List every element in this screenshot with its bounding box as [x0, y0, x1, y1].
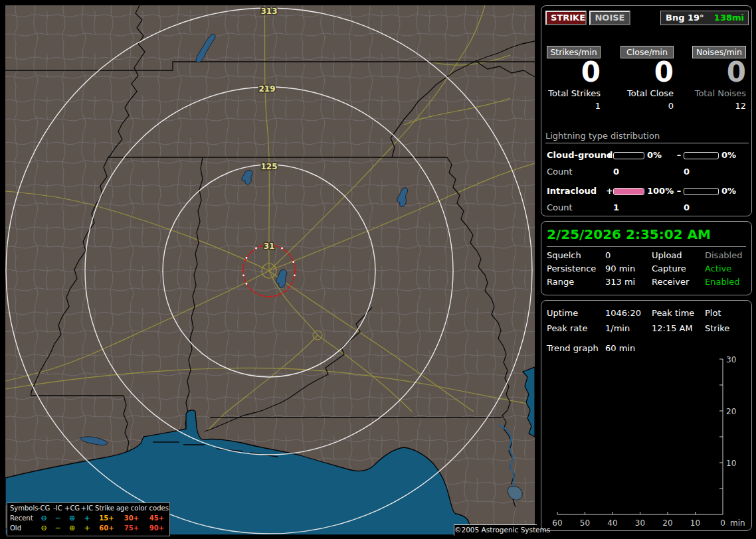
map-canvas: 313 219 125 31: [5, 5, 535, 535]
trend-graph-duration: 60 min: [605, 343, 635, 353]
total-close-value: 0: [620, 101, 674, 111]
legend-nic-header: -IC: [51, 503, 64, 513]
status-panel: 2/25/2026 2:35:02 AM Squelch 0 Upload Di…: [541, 221, 752, 295]
noises-per-min-value: 0: [692, 56, 746, 88]
legend-header-row: Symbols -CG -IC +CG +IC Strike age color…: [7, 503, 169, 513]
minus-icon: −: [51, 523, 64, 533]
bearing-readout: Bng 19° 138mi: [660, 11, 749, 25]
plus-icon: +: [80, 523, 94, 533]
cg-minus-count: 0: [684, 167, 690, 177]
total-strikes-label: Total Strikes: [547, 88, 601, 98]
range-row: Range 313 mi Receiver Enabled: [541, 277, 753, 289]
legend-recent-label: Recent: [7, 513, 37, 523]
legend-age-header: Strike age color codes: [94, 503, 169, 513]
squelch-label: Squelch: [547, 250, 581, 260]
ring-label-313: 313: [260, 7, 277, 16]
bearing-label: Bng 19°: [666, 11, 704, 25]
intracloud-count-row: Count 1 0: [541, 202, 753, 213]
cg-plus-bar: [613, 152, 644, 159]
svg-text:50: 50: [580, 518, 590, 528]
trend-x-ticks: 60 50 40 30 20 10 0 min: [552, 518, 745, 528]
trend-graph-label: Trend graph: [547, 343, 599, 353]
receiver-status: Enabled: [705, 277, 740, 287]
squelch-value: 0: [605, 250, 611, 260]
svg-text:30: 30: [726, 355, 736, 364]
svg-text:0: 0: [720, 518, 725, 528]
age-code-15: 15+: [94, 513, 119, 523]
circle-plus-icon: ⊕: [64, 523, 80, 533]
ring-label-125: 125: [260, 162, 277, 171]
legend-pcg-header: +CG: [64, 503, 80, 513]
map-legend: Symbols -CG -IC +CG +IC Strike age color…: [7, 502, 170, 536]
svg-text:40: 40: [607, 518, 617, 528]
copyright-notice: ©2005 Astrogenic Systems: [454, 524, 537, 536]
circle-plus-icon: ⊕: [64, 513, 80, 523]
peak-rate-label: Peak rate: [547, 323, 587, 333]
bearing-distance: 138mi: [714, 11, 744, 25]
capture-status: Active: [705, 264, 731, 273]
strikes-per-min-value: 0: [547, 56, 601, 88]
persistence-row: Persistence 90 min Capture Active: [541, 264, 753, 275]
uptime-value: 1046:20: [605, 308, 641, 318]
circle-minus-icon: ⊖: [37, 523, 51, 533]
peak-time-label: Peak time: [652, 308, 694, 318]
strike-counters-panel: STRIKE NOISE Bng 19° 138mi Strikes/min C…: [541, 5, 752, 216]
cg-minus-bar: [684, 152, 719, 159]
intracloud-row: Intracloud + 100% – 0%: [541, 186, 753, 198]
ic-minus-count: 0: [684, 202, 690, 212]
ic-minus-bar: [684, 188, 719, 195]
svg-text:30: 30: [635, 518, 645, 528]
svg-text:10: 10: [690, 518, 700, 528]
plus-icon: +: [80, 513, 94, 523]
trend-graph: 30 20 10 60 50 40 30 20 10 0 min: [541, 352, 751, 530]
plot-type-value: Strike: [705, 323, 729, 333]
legend-ncg-header: -CG: [37, 503, 51, 513]
age-code-75: 75+: [119, 523, 144, 533]
age-code-30: 30+: [119, 513, 144, 523]
noise-mode-button[interactable]: NOISE: [589, 11, 630, 25]
intracloud-label: Intracloud: [547, 186, 597, 196]
ring-label-219: 219: [258, 84, 275, 94]
range-label: Range: [547, 277, 574, 287]
age-code-60: 60+: [94, 523, 119, 533]
plus-sign: +: [606, 186, 613, 196]
ic-plus-bar: [613, 188, 644, 195]
strike-mode-button[interactable]: STRIKE: [545, 11, 587, 25]
svg-text:60: 60: [552, 518, 562, 528]
distribution-section-title: Lightning type distribution: [545, 131, 749, 143]
count-label: Count: [547, 167, 573, 177]
peak-time-value: 12:15 AM: [652, 323, 693, 333]
cloud-ground-row: Cloud-ground + 0% – 0%: [541, 150, 753, 162]
lightning-map[interactable]: 313 219 125 31: [5, 5, 535, 535]
circle-minus-icon: ⊖: [37, 513, 51, 523]
ring-label-31: 31: [264, 242, 275, 251]
age-code-45: 45+: [144, 513, 169, 523]
receiver-label: Receiver: [652, 277, 689, 287]
cg-plus-count: 0: [613, 167, 619, 177]
legend-old-row: Old ⊖ − ⊕ + 60+ 75+ 90+: [7, 523, 169, 533]
count-label: Count: [547, 202, 573, 212]
total-strikes-value: 1: [547, 101, 601, 111]
capture-label: Capture: [652, 264, 686, 273]
uptime-row: Uptime 1046:20 Peak time Plot: [541, 308, 753, 320]
uptime-label: Uptime: [547, 308, 578, 318]
legend-old-label: Old: [7, 523, 37, 533]
plus-sign: +: [606, 150, 613, 160]
range-value: 313 mi: [605, 277, 635, 287]
cg-minus-percent: 0%: [721, 150, 736, 160]
svg-text:10: 10: [726, 459, 736, 468]
persistence-value: 90 min: [605, 264, 635, 273]
total-noises-label: Total Noises: [692, 88, 746, 98]
ic-plus-bar-fill: [614, 189, 644, 194]
total-noises-value: 12: [692, 101, 746, 111]
upload-label: Upload: [652, 250, 682, 260]
ic-plus-percent: 100%: [647, 186, 674, 196]
minus-sign: –: [676, 186, 682, 196]
cloud-ground-label: Cloud-ground: [547, 150, 613, 160]
minus-sign: –: [676, 150, 682, 160]
age-code-90: 90+: [144, 523, 169, 533]
legend-recent-row: Recent ⊖ − ⊕ + 15+ 30+ 45+: [7, 513, 169, 523]
total-close-label: Total Close: [620, 88, 674, 98]
legend-symbols-header: Symbols: [7, 503, 37, 513]
cloud-ground-count-row: Count 0 0: [541, 167, 753, 177]
